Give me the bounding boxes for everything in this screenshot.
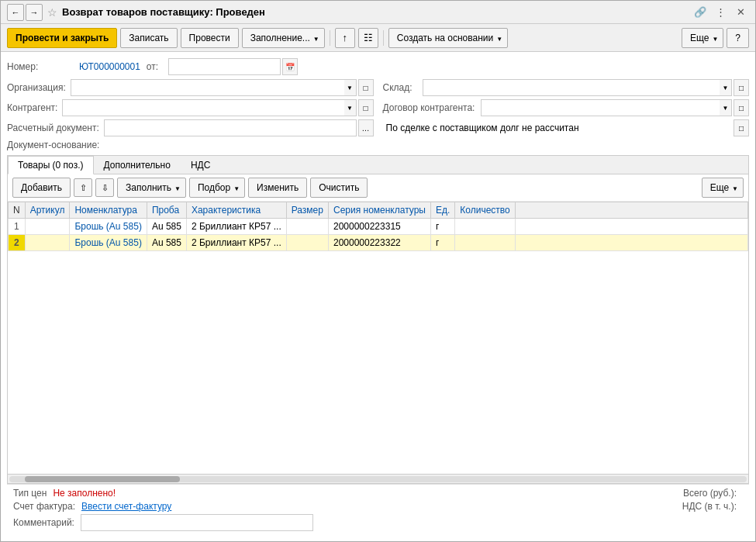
title-bar: ← → ☆ Возврат товаров поставщику: Провед…	[1, 1, 755, 24]
comment-input[interactable]	[81, 514, 313, 531]
contract-input[interactable]: Договор поставки №1 от 19.01.2020	[481, 99, 720, 116]
org-value-wrap: ООО "НПП ЮвелирСофт" □	[71, 79, 374, 96]
post-button[interactable]: Провести	[181, 28, 239, 48]
cell-characteristic-2: 2 Бриллиант КР57 ...	[186, 235, 286, 251]
table-icon-button[interactable]: ☷	[358, 28, 378, 48]
fill-button[interactable]: Заполнение...	[242, 28, 325, 48]
cell-unit-2: г	[430, 235, 454, 251]
counterparty-label: Контрагент:	[7, 102, 57, 113]
total-row: Всего (руб.):	[683, 488, 743, 499]
cell-extra-1	[515, 219, 747, 235]
col-quantity: Количество	[455, 202, 515, 219]
back-button[interactable]: ←	[7, 4, 24, 21]
org-field: Организация: ООО "НПП ЮвелирСофт" □	[7, 79, 374, 96]
counterparty-open-btn[interactable]: □	[358, 99, 374, 116]
number-value: ЮТ000000001	[79, 61, 140, 72]
cell-article-1	[25, 219, 70, 235]
cell-size-2	[286, 235, 328, 251]
col-unit: Ед.	[430, 202, 454, 219]
clear-button[interactable]: Очистить	[310, 178, 368, 198]
counterparty-dropdown-btn[interactable]	[344, 99, 357, 116]
tab-more-dropdown-icon	[732, 182, 738, 193]
tab-goods[interactable]: Товары (0 поз.)	[8, 156, 94, 174]
col-size: Размер	[286, 202, 328, 219]
settlement-input[interactable]	[104, 119, 357, 136]
price-type-row: Тип цен Не заполнено! Всего (руб.):	[13, 488, 743, 499]
deal-info-open-btn[interactable]: □	[734, 119, 749, 136]
cell-series-1: 2000000223315	[328, 219, 430, 235]
col-series: Серия номенклатуры	[328, 202, 430, 219]
contract-value-wrap: Договор поставки №1 от 19.01.2020 □	[481, 99, 750, 116]
menu-dots-icon[interactable]: ⋮	[712, 4, 729, 21]
separator	[330, 30, 330, 46]
post-close-button[interactable]: Провести и закрыть	[7, 28, 117, 48]
org-label: Организация:	[7, 82, 66, 93]
more-dropdown-icon	[712, 33, 718, 43]
cell-extra-2	[515, 235, 747, 251]
move-up-button[interactable]: ⇧	[74, 178, 92, 197]
add-button[interactable]: Добавить	[12, 178, 71, 198]
move-down-button[interactable]: ⇩	[95, 178, 114, 197]
from-label: от:	[147, 61, 162, 72]
counterparty-input[interactable]: ИП	[62, 99, 343, 116]
invoice-link-button[interactable]: Ввести счет-фактуру	[81, 501, 171, 512]
tab-additional[interactable]: Дополнительно	[94, 156, 181, 174]
warehouse-value-wrap: Опт □	[423, 79, 750, 96]
more-button[interactable]: Еще	[682, 28, 723, 48]
contract-dropdown-btn[interactable]	[720, 99, 732, 116]
pick-button[interactable]: Подбор	[189, 178, 245, 198]
vat-label: НДС (в т. ч.):	[682, 501, 737, 512]
upload-icon-button[interactable]: ↑	[335, 28, 355, 48]
org-input[interactable]: ООО "НПП ЮвелирСофт"	[71, 79, 344, 96]
tab-goods-content: Добавить ⇧ ⇩ Заполнить Подбор Изменить О…	[8, 174, 748, 483]
total-label: Всего (руб.):	[683, 488, 737, 499]
create-basis-button[interactable]: Создать на основании	[388, 28, 508, 48]
h-scrollbar-thumb[interactable]	[25, 476, 180, 482]
settlement-value-wrap: …	[104, 119, 374, 136]
warehouse-dropdown-btn[interactable]	[720, 79, 732, 96]
cell-size-1	[286, 219, 328, 235]
warehouse-field: Склад: Опт □	[383, 79, 750, 96]
favorite-icon: ☆	[47, 6, 57, 19]
tab-vat[interactable]: НДС	[181, 156, 220, 174]
table-row[interactable]: 2 Брошь (Au 585) Au 585 2 Бриллиант КР57…	[9, 235, 748, 251]
calendar-icon[interactable]: 📅	[282, 58, 298, 75]
col-nomenclature: Номенклатура	[70, 202, 147, 219]
price-type-value: Не заполнено!	[53, 488, 116, 499]
table-row[interactable]: 1 Брошь (Au 585) Au 585 2 Бриллиант КР57…	[9, 219, 748, 235]
pick-dropdown-icon	[233, 182, 240, 193]
cell-article-2	[25, 235, 70, 251]
help-button[interactable]: ?	[727, 28, 749, 48]
save-button[interactable]: Записать	[120, 28, 177, 48]
cell-n-1: 1	[9, 219, 26, 235]
tab-toolbar: Добавить ⇧ ⇩ Заполнить Подбор Изменить О…	[8, 174, 748, 202]
h-scrollbar[interactable]	[9, 476, 747, 482]
warehouse-input[interactable]: Опт	[423, 79, 720, 96]
doc-base-row: Документ-основание:	[7, 140, 749, 150]
date-input[interactable]: 01.02.2024 12:00:00	[168, 58, 281, 75]
cell-quantity-1	[455, 219, 515, 235]
tab-fill-button[interactable]: Заполнить	[117, 178, 186, 198]
goods-table-wrap: N Артикул Номенклатура Проба Характерист…	[8, 202, 748, 474]
org-combo: ООО "НПП ЮвелирСофт"	[71, 79, 357, 96]
forward-button[interactable]: →	[26, 4, 43, 21]
invoice-row: Счет фактура: Ввести счет-фактуру НДС (в…	[13, 501, 743, 512]
warehouse-open-btn[interactable]: □	[734, 79, 749, 96]
contract-open-btn[interactable]: □	[734, 99, 749, 116]
link-icon[interactable]: 🔗	[692, 4, 709, 21]
window-title: Возврат товаров поставщику: Проведен	[62, 6, 687, 18]
deal-info-field: По сделке с поставщиком долг не рассчита…	[383, 119, 750, 136]
tab-more-button[interactable]: Еще	[702, 178, 744, 198]
org-dropdown-btn[interactable]	[344, 79, 357, 96]
settlement-open-btn[interactable]: …	[358, 119, 374, 136]
change-button[interactable]: Изменить	[248, 178, 307, 198]
org-open-btn[interactable]: □	[358, 79, 374, 96]
close-icon[interactable]: ✕	[732, 4, 749, 21]
counterparty-contract-section: Контрагент: ИП □ Договор контрагента: До…	[7, 99, 749, 116]
number-field: ЮТ000000001	[79, 61, 140, 72]
doc-base-label: Документ-основание:	[7, 140, 99, 150]
main-window: ← → ☆ Возврат товаров поставщику: Провед…	[0, 0, 756, 542]
col-probe: Проба	[147, 202, 186, 219]
contract-label: Договор контрагента:	[383, 102, 476, 113]
table-body: 1 Брошь (Au 585) Au 585 2 Бриллиант КР57…	[9, 219, 748, 251]
